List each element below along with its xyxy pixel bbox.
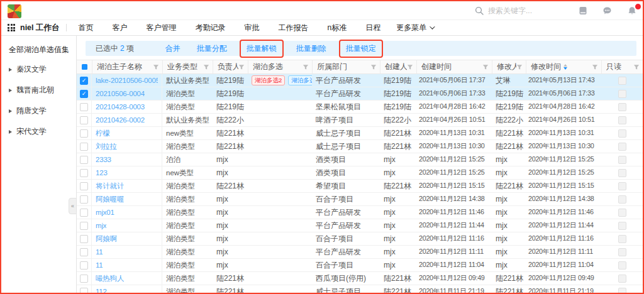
tree-expand-icon[interactable] (9, 109, 12, 113)
select-all-checkbox[interactable] (77, 60, 92, 74)
type-cell: new类型 (162, 127, 213, 139)
row-checkbox[interactable] (80, 103, 88, 111)
row-name-link[interactable]: 将计就计 (96, 182, 124, 191)
nav-item[interactable]: 审批 (235, 23, 269, 33)
readonly-cell (601, 193, 643, 205)
table-header: 湖泊主子名称业务类型负责人湖泊多选所属部门创建人创建时间修改人修改时间只读 (77, 60, 643, 74)
toolbar-action[interactable]: 合并 (165, 43, 180, 54)
column-header-label: 业务类型 (167, 62, 197, 72)
apps-grid-icon[interactable] (8, 24, 15, 31)
row-checkbox[interactable] (80, 116, 88, 124)
multi-select-cell: 湖泊多选2湖泊多选1 (248, 74, 312, 87)
row-checkbox[interactable] (80, 182, 88, 190)
readonly-cell (601, 272, 643, 285)
row-checkbox[interactable] (80, 129, 88, 138)
nav-item[interactable]: 客户 (103, 23, 137, 33)
row-name-link[interactable]: 阿娘喔喔 (96, 195, 124, 204)
row-name-link[interactable]: 刘拉拉 (96, 142, 117, 151)
table-row: 将计就计湖泊类型陆221林希望项目陆221林2020年11月12日 15:15陆… (77, 180, 643, 193)
nav-item[interactable]: 工作报告 (269, 23, 318, 33)
filter-icon[interactable] (303, 64, 309, 70)
name-cell: 嘬热狗人 (92, 272, 162, 285)
row-name-link[interactable]: 20210426-0002 (96, 116, 145, 124)
app-logo (8, 4, 21, 18)
column-header: 所属部门 (312, 60, 380, 74)
filter-icon[interactable] (407, 64, 413, 70)
creator-cell: mjx (380, 232, 416, 245)
toolbar-action[interactable]: 批量分配 (197, 43, 227, 54)
more-menu[interactable]: 更多菜单 (390, 23, 440, 33)
row-name-link[interactable]: 嘬热狗人 (96, 274, 124, 283)
sort-icons[interactable] (564, 64, 567, 70)
row-name-link[interactable]: 112 (96, 288, 107, 294)
filter-icon[interactable] (153, 64, 159, 70)
row-name-link[interactable]: 柠檬 (96, 129, 110, 138)
row-name-link[interactable]: mjx (96, 222, 106, 229)
owner-cell: 陆221林 (213, 272, 248, 285)
toolbar-action[interactable]: 批量解锁 (247, 43, 277, 54)
modifier-cell: 陆221林 (492, 180, 526, 192)
row-name-link[interactable]: 2333 (96, 156, 111, 163)
row-checkbox[interactable] (80, 222, 88, 230)
row-checkbox[interactable] (80, 195, 88, 204)
sidebar-tree-item[interactable]: 魏晋南北朝 (9, 85, 74, 95)
nav-item[interactable]: 客户管理 (137, 23, 186, 33)
row-checkbox[interactable]: ✓ (80, 90, 88, 98)
dept-cell: 平台产品研发 (312, 74, 380, 87)
nav-item[interactable]: n标准 (318, 23, 357, 33)
filter-icon[interactable] (592, 64, 598, 70)
dept-cell: 平台产品研发 (312, 246, 380, 258)
readonly-checkbox (618, 222, 626, 230)
row-name-link[interactable]: 11 (96, 248, 103, 256)
sidebar-tree-item[interactable]: 秦汉文学 (9, 64, 74, 75)
modifier-cell: mjx (492, 153, 526, 166)
nav-item[interactable]: 考勤记录 (186, 23, 235, 33)
sidebar-collapse-handle[interactable]: « (69, 198, 77, 214)
filter-icon[interactable] (633, 64, 640, 70)
row-name-link[interactable]: 20210428-0003 (96, 103, 145, 111)
filter-icon[interactable] (203, 64, 209, 70)
row-checkbox[interactable] (80, 275, 88, 283)
toolbar-action[interactable]: 批量锁定 (346, 43, 376, 54)
tree-expand-icon[interactable] (9, 89, 12, 92)
row-checkbox[interactable]: ✓ (80, 77, 88, 85)
type-cell: 湖泊类型 (162, 272, 213, 285)
filter-icon[interactable] (516, 64, 523, 70)
nav-item[interactable]: 日程 (356, 23, 390, 33)
filter-icon[interactable] (238, 64, 245, 70)
row-name-link[interactable]: 阿娘啊 (96, 234, 117, 244)
row-name-link[interactable]: 123 (96, 169, 108, 177)
toolbar-action[interactable]: 批量删除 (296, 43, 326, 54)
row-name-link[interactable]: mjx01 (96, 209, 114, 216)
row-name-link[interactable]: 11 (96, 261, 103, 269)
owner-cell: 陆221林 (213, 140, 248, 153)
tree-expand-icon[interactable] (9, 68, 12, 72)
search-input[interactable] (488, 6, 564, 15)
bell-icon[interactable] (627, 6, 636, 16)
book-icon[interactable] (578, 6, 587, 16)
name-cell: 20210506-0004 (92, 87, 162, 100)
row-checkbox[interactable] (80, 288, 88, 294)
creator-cell: 陆222小 (380, 114, 416, 126)
row-checkbox[interactable] (80, 261, 88, 270)
row-checkbox[interactable] (80, 143, 88, 151)
nav-item[interactable]: 首页 (69, 23, 103, 33)
table-row: 阿娘喔喔湖泊类型mjx百合子项目mjx2020年11月12日 14:38mjx2… (77, 193, 643, 206)
row-checkbox-cell (77, 246, 92, 258)
chat-icon[interactable] (602, 6, 612, 16)
creator-cell: 陆221林 (380, 180, 416, 192)
filter-icon[interactable] (482, 64, 489, 70)
sidebar-tree-item[interactable]: 隋唐文学 (9, 106, 74, 116)
row-name-link[interactable]: 20210506-0004 (96, 90, 145, 97)
row-checkbox[interactable] (80, 156, 88, 164)
row-checkbox[interactable] (80, 235, 88, 243)
tree-expand-icon[interactable] (9, 130, 12, 134)
row-checkbox[interactable] (80, 248, 88, 256)
filter-icon[interactable] (370, 64, 377, 70)
sidebar-tree-item[interactable]: 宋代文学 (9, 126, 74, 137)
created-time-cell: 2020年11月11日 21:19 (416, 285, 492, 294)
row-checkbox[interactable] (80, 169, 88, 177)
column-header: 湖泊多选 (248, 60, 312, 74)
row-checkbox[interactable] (80, 209, 88, 217)
row-name-link[interactable]: lake-20210506-0005 (96, 77, 158, 84)
